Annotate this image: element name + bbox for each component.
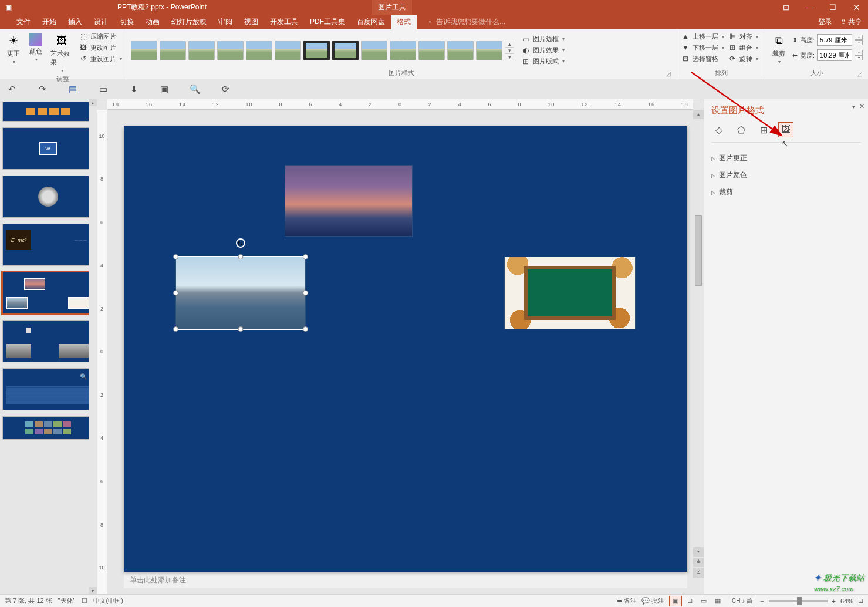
width-spin-up[interactable]: ▴ [855,50,863,55]
share-button[interactable]: ⇪ 共享 [840,17,862,27]
handle-s[interactable] [238,326,244,332]
normal-view-button[interactable]: ▣ [669,596,682,606]
notes-placeholder[interactable]: 单击此处添加备注 [124,572,687,588]
rotate-button[interactable]: ⟳旋转▾ [728,54,758,63]
section-crop[interactable]: ▷裁剪 [711,184,861,201]
gallery-down-icon[interactable]: ▾ [505,48,514,54]
slide-canvas[interactable]: ↻ [124,126,687,572]
ime-indicator[interactable]: CH ♪ 简 [729,596,755,606]
bring-forward-button[interactable]: ▲上移一层▾ [681,32,724,41]
style-thumb-11[interactable] [418,41,445,60]
handle-nw[interactable] [173,254,178,259]
thumb-slide-last[interactable] [2,416,93,440]
notes-toggle[interactable]: ≐ 备注 [617,596,637,605]
fit-to-window-button[interactable]: ⊡ [858,597,863,605]
tab-transition[interactable]: 切换 [114,15,140,29]
send-backward-button[interactable]: ▼下移一层▾ [681,43,724,52]
style-thumb-10[interactable] [390,41,416,60]
style-thumb-12[interactable] [447,41,474,60]
thumb-slide-einstein[interactable] [2,176,93,218]
qat-btn-8[interactable]: ⟳ [218,82,232,96]
vertical-ruler[interactable]: 1086420246810 [97,110,107,594]
tab-format[interactable]: 格式 [391,15,417,29]
handle-se[interactable] [303,326,308,332]
tab-pdf-tools[interactable]: PDF工具集 [304,15,351,29]
picture-pane-icon[interactable]: 🖼 [778,122,793,137]
thumb-slide-word[interactable]: W [2,127,93,170]
picture-border-button[interactable]: ▭图片边框▾ [521,35,565,44]
fill-line-icon[interactable]: ◇ [711,122,727,137]
tab-slideshow[interactable]: 幻灯片放映 [166,15,212,29]
thumb-slide-partial[interactable] [2,102,93,122]
section-picture-corrections[interactable]: ▷图片更正 [711,150,861,167]
prev-slide-button[interactable]: ≙ [693,558,704,567]
next-slide-button[interactable]: ≚ [693,568,704,578]
corrections-button[interactable]: ☀ 更正▾ [4,32,23,66]
tab-start[interactable]: 开始 [36,15,62,29]
thumb-slide-current[interactable] [2,272,93,314]
scroll-up-icon[interactable]: ▴ [89,99,97,106]
zoom-level[interactable]: 64% [840,598,853,605]
thumb-slide-emc2[interactable]: E=mc² — — — [2,224,93,266]
pane-menu-button[interactable]: ▾ [852,104,855,110]
thumb-slide-table[interactable]: 🔍 [2,368,93,410]
style-thumb-2[interactable] [160,41,186,60]
tab-file[interactable]: 文件 [11,15,36,29]
image-chalkboard[interactable] [504,257,636,329]
width-input[interactable] [817,49,852,61]
thumb-panel-scrollbar[interactable]: ▴ ▾ [89,99,97,594]
handle-w[interactable] [173,291,178,296]
qat-btn-5[interactable]: ⬇ [127,82,141,96]
group-button[interactable]: ⊞组合▾ [728,43,758,52]
reset-picture-button[interactable]: ↺重设图片▾ [79,54,122,63]
scroll-down-icon[interactable]: ▾ [89,587,97,594]
section-picture-color[interactable]: ▷图片颜色 [711,167,861,184]
thumb-slide-photos[interactable] [2,320,93,362]
tab-insert[interactable]: 插入 [62,15,88,29]
crop-button[interactable]: ⧉ 裁剪▾ [769,32,789,66]
style-thumb-13[interactable] [476,41,502,60]
zoom-in-button[interactable]: + [832,598,836,605]
gallery-more-icon[interactable]: ▾ [505,54,514,60]
style-thumb-9[interactable] [361,41,387,60]
editor-scroll-down[interactable]: ▾ [693,547,704,557]
tab-design[interactable]: 设计 [88,15,114,29]
image-mountain-selected[interactable]: ↻ [175,257,306,329]
qat-btn-7[interactable]: 🔍 [188,82,202,96]
handle-sw[interactable] [173,326,178,332]
artistic-effects-button[interactable]: 🖼 艺术效果▾ [48,32,75,75]
editor-vertical-scrollbar[interactable]: ▴ ▾ ≙ ≚ [693,110,704,578]
spell-check-icon[interactable]: ☐ [82,597,87,605]
align-button[interactable]: ⊫对齐▾ [728,32,758,41]
tab-baidu-disk[interactable]: 百度网盘 [351,15,391,29]
picture-layout-button[interactable]: ⊞图片版式▾ [521,57,565,66]
editor-scroll-up[interactable]: ▴ [693,110,704,119]
handle-n[interactable] [238,254,244,259]
qat-btn-6[interactable]: ▣ [157,82,171,96]
close-button[interactable]: ✕ [845,0,868,15]
minimize-button[interactable]: — [798,0,821,15]
style-thumb-5[interactable] [246,41,272,60]
zoom-slider-thumb[interactable] [797,597,802,605]
horizontal-ruler[interactable]: 18161412108642024681012141618 [107,99,693,110]
slide-canvas-area[interactable]: ↻ 单击此处添加备注 [107,110,704,594]
language-status[interactable]: 中文(中国) [93,596,123,605]
size-dialog-launcher[interactable]: ◿ [856,70,863,77]
comments-toggle[interactable]: 💬 批注 [641,596,664,605]
color-button[interactable]: 颜色▾ [27,32,45,63]
styles-dialog-launcher[interactable]: ◿ [665,70,672,77]
style-thumb-7[interactable] [303,41,330,60]
handle-e[interactable] [303,291,308,296]
tab-developer[interactable]: 开发工具 [264,15,304,29]
style-thumb-1[interactable] [131,41,157,60]
editor-scroll-thumb[interactable] [695,215,702,286]
picture-effects-button[interactable]: ◐图片效果▾ [521,46,565,55]
effects-pane-icon[interactable]: ⬠ [734,122,749,137]
reading-view-button[interactable]: ▭ [697,596,710,606]
style-thumb-6[interactable] [275,41,301,60]
ribbon-display-options-icon[interactable]: ⊡ [774,0,798,15]
tab-animation[interactable]: 动画 [140,15,166,29]
login-link[interactable]: 登录 [818,17,832,27]
size-properties-icon[interactable]: ⊞ [756,122,771,137]
compress-pictures-button[interactable]: ⬚压缩图片 [79,32,122,41]
